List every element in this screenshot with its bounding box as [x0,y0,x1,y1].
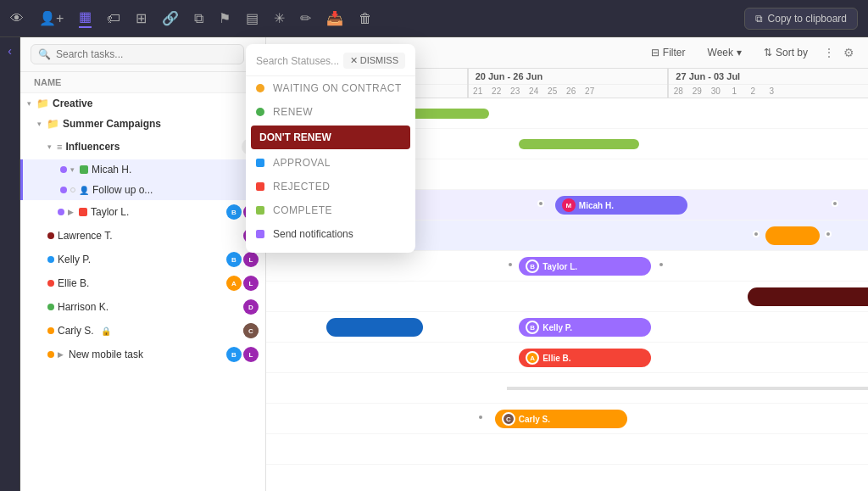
folder-icon: 📁 [47,118,59,130]
sort-icon: ⇅ [764,47,772,59]
bar-ellie[interactable]: A Ellie B. [519,349,651,367]
dep-dot-taylor1 [507,261,514,268]
dep-dot-followup [753,231,760,237]
task-row-kelly[interactable]: Kelly P. B L [20,248,265,271]
caret-icon: ▾ [70,165,75,174]
status-dot-rejected [256,182,264,191]
collapse-icon[interactable]: ‹ [8,44,12,58]
sort-label: Sort by [776,47,808,59]
bar-taylor[interactable]: B Taylor L. [519,257,651,276]
week-label: Week [708,47,733,59]
bar-label-ellie: Ellie B. [542,354,570,363]
toolbar: 👁 👤+ ▦ 🏷 ⊞ 🔗 ⧉ ⚑ ▤ ✳ ✏ 📥 🗑 ⧉ Copy to cli… [0,0,868,37]
edit-icon[interactable]: ✏ [300,10,311,26]
settings-icon[interactable]: ⚙ [843,46,854,59]
dismiss-label: ✕ DISMISS [350,55,398,66]
search-icon: 🔍 [38,48,51,60]
toolbar-icon-group: 👁 👤+ ▦ 🏷 ⊞ 🔗 ⧉ ⚑ ▤ ✳ ✏ 📥 🗑 [10,8,372,28]
status-item-rejected[interactable]: REJECTED [246,175,415,198]
task-row-followup[interactable]: 👤 Follow up o... [20,180,265,200]
avatar-carly-bar: C [502,412,515,426]
copy-icon[interactable]: ⧉ [194,11,203,26]
sort-button[interactable]: ⇅ Sort by [757,44,815,61]
gantt-controls: ⊟ Filter Week ▾ ⇅ Sort by ⋮ ⚙ [644,44,854,61]
search-statuses-label: Search Statuses... [256,55,339,67]
caret-icon: ▾ [37,120,42,128]
sidebar-icon[interactable]: ▤ [246,10,259,26]
caret-icon: ▶ [58,350,64,359]
asterisk-icon[interactable]: ✳ [274,10,285,26]
gantt-row-kelly: B Kelly P. [266,312,868,343]
avatar-carly: C [243,323,259,338]
bar-micah[interactable]: M Micah H. [555,196,687,215]
task-name-taylor: Taylor L. [91,206,129,218]
avatar-d-harrison: D [243,299,259,315]
avatar-micah-bar: M [562,198,576,212]
bar-carly[interactable]: C Carly S. [495,410,627,428]
dep-dot-micah [537,200,544,207]
task-name-summer-campaigns: Summer Campaigns [63,118,161,130]
task-color-micah [80,165,88,174]
copy-to-clipboard-button[interactable]: ⧉ Copy to clipboard [744,8,858,30]
status-dot-taylor [58,209,64,215]
inbox-icon[interactable]: 📥 [326,10,343,26]
options-icon[interactable]: ⋮ [823,46,835,59]
status-item-dont-renew[interactable]: DON'T RENEW [251,126,410,149]
main-layout: ‹ 🔍 ▾ NAME ▾ 📁 Creative ▾ � [0,37,868,491]
avatar-b-taylor: B [226,204,242,220]
avatar-b-mobile: B [226,347,242,362]
week-dropdown[interactable]: Week ▾ [701,44,748,61]
status-dot-followup [60,187,67,193]
dep-dot-carly [477,414,484,421]
status-item-approval[interactable]: APPROVAL [246,151,415,175]
link-icon[interactable]: 🔗 [162,10,179,26]
status-item-renew[interactable]: RENEW [246,100,415,124]
gantt-row-taylor: B Taylor L. [266,251,868,282]
filter-icon: ⊟ [651,47,659,59]
avatar-taylor-bar: B [526,259,539,273]
task-row-mobile[interactable]: ▶ New mobile task B L [20,343,265,366]
search-box[interactable]: 🔍 [31,44,244,64]
task-row-creative[interactable]: ▾ 📁 Creative [20,93,265,114]
task-row-micah[interactable]: ▾ Micah H. [20,159,265,180]
tag-icon[interactable]: 🏷 [107,11,120,26]
eye-icon[interactable]: 👁 [10,11,24,26]
trash-icon[interactable]: 🗑 [359,11,372,26]
clipboard-label: Copy to clipboard [768,13,847,25]
task-name-kelly: Kelly P. [58,254,91,265]
task-row-carly[interactable]: Carly S. 🔒 C [20,319,265,343]
status-text-renew: RENEW [273,106,313,118]
status-text-waiting: WAITING ON CONTRACT [273,82,402,94]
bar-kelly[interactable]: B Kelly P. [519,318,651,337]
side-strip: ‹ [0,37,20,491]
dismiss-button[interactable]: ✕ DISMISS [343,53,405,69]
task-row-harrison[interactable]: Harrison K. D [20,295,265,319]
status-dot-waiting [256,84,264,92]
task-row-ellie[interactable]: Ellie B. A L [20,271,265,295]
status-dot-carly [47,327,54,334]
flag-icon[interactable]: ⚑ [219,10,231,26]
task-row-lawrence[interactable]: Lawrence T. D [20,224,265,248]
notif-item-send[interactable]: Send notifications [246,222,415,246]
user-add-icon[interactable]: 👤+ [39,10,64,26]
avatar-kelly-bar: B [526,321,539,334]
bar-orange[interactable] [765,226,820,245]
lock-icon: 🔒 [101,326,111,336]
task-row-taylor[interactable]: ▶ Taylor L. B L [20,200,265,224]
task-col-header: NAME [20,72,265,93]
filter-button[interactable]: ⊟ Filter [644,44,693,61]
status-item-complete[interactable]: COMPLETE [246,198,415,222]
status-item-waiting[interactable]: WAITING ON CONTRACT [246,76,415,100]
avatar-l-ellie: L [243,276,259,291]
week2-label: 20 Jun - 26 Jun [469,69,668,85]
bar-dark[interactable] [748,287,868,306]
search-input[interactable] [56,48,236,60]
status-dot-renew [256,108,264,116]
task-row-influencers[interactable]: ▾ ≡ Influencers + [20,134,265,159]
task-row-summer-campaigns[interactable]: ▾ 📁 Summer Campaigns [20,114,265,134]
list-icon: ≡ [57,142,62,152]
grid-icon[interactable]: ▦ [79,8,92,28]
layers-icon[interactable]: ⊞ [136,10,147,26]
bar-blue-kelly[interactable] [326,318,423,337]
status-dot-harrison [47,304,54,310]
